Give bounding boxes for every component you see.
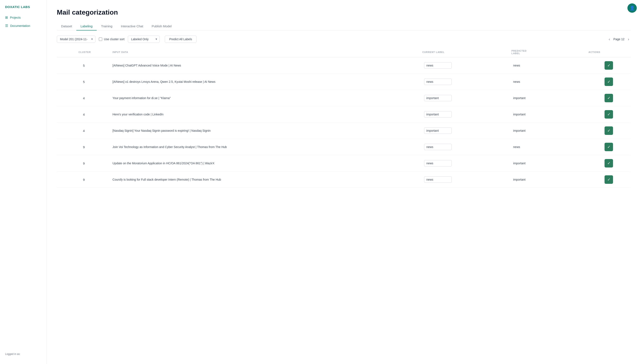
filter-select-wrapper: Labeled Only All Unlabeled Only ▼ <box>128 36 160 43</box>
confirm-button[interactable]: ✓ <box>604 143 613 151</box>
cluster-sort-text: Use cluster sort <box>104 38 124 41</box>
cell-actions: ✓ <box>587 74 631 90</box>
cell-actions: ✓ <box>587 58 631 74</box>
data-table: CLUSTER INPUT DATA CURRENT LABEL PREDICT… <box>57 48 631 188</box>
current-label-input[interactable] <box>424 111 452 118</box>
cell-predicted-label: important <box>510 172 587 188</box>
user-icon: 👤 <box>629 6 635 10</box>
cell-cluster: 4 <box>57 90 111 106</box>
pagination: ‹ Page 12 › <box>607 36 631 42</box>
cell-predicted-label: news <box>510 58 587 74</box>
cell-input-data: Here's your verification code | LinkedIn <box>111 106 421 122</box>
current-label-input[interactable] <box>424 176 452 183</box>
cell-input-data: Update on the Moratorium Application in … <box>111 155 421 172</box>
cell-cluster: 9 <box>57 172 111 188</box>
cell-cluster: 4 <box>57 122 111 139</box>
cell-predicted-label: important <box>510 90 587 106</box>
cell-actions: ✓ <box>587 139 631 155</box>
sidebar: DOXATIC LABS ⊞ Projects ☰ Documentation … <box>0 0 47 364</box>
current-label-input[interactable] <box>424 160 452 166</box>
cell-input-data: [AINews] o1 destroys Lmsys Arena, Qwen 2… <box>111 74 421 90</box>
cell-current-label[interactable] <box>421 122 510 139</box>
sidebar-item-documentation[interactable]: ☰ Documentation <box>3 22 44 30</box>
cell-actions: ✓ <box>587 155 631 172</box>
cell-actions: ✓ <box>587 122 631 139</box>
toolbar: Model 201 (2024-11- ▼ Use cluster sort L… <box>57 36 631 43</box>
current-label-input[interactable] <box>424 95 452 101</box>
confirm-button[interactable]: ✓ <box>604 126 613 135</box>
cell-current-label[interactable] <box>421 90 510 106</box>
cell-current-label[interactable] <box>421 106 510 122</box>
confirm-button[interactable]: ✓ <box>604 78 613 86</box>
current-label-input[interactable] <box>424 62 452 68</box>
cell-current-label[interactable] <box>421 139 510 155</box>
confirm-button[interactable]: ✓ <box>604 61 613 70</box>
col-current-label: CURRENT LABEL <box>421 48 510 58</box>
cell-predicted-label: important <box>510 106 587 122</box>
tab-training[interactable]: Training <box>97 22 117 30</box>
cell-predicted-label: important <box>510 122 587 139</box>
sidebar-item-label: Documentation <box>10 24 30 28</box>
next-page-button[interactable]: › <box>626 36 631 42</box>
cell-current-label[interactable] <box>421 155 510 172</box>
table-row: 4 Here's your verification code | Linked… <box>57 106 631 122</box>
table-row: 9 Update on the Moratorium Application i… <box>57 155 631 172</box>
cell-cluster: 9 <box>57 155 111 172</box>
page-title: Mail categorization <box>57 8 631 16</box>
model-select-wrapper: Model 201 (2024-11- ▼ <box>57 36 95 43</box>
prev-page-button[interactable]: ‹ <box>607 36 612 42</box>
predict-all-labels-button[interactable]: Predict All Labels <box>165 36 196 43</box>
sidebar-item-projects[interactable]: ⊞ Projects <box>3 14 44 21</box>
main-content: Mail categorization Dataset Labeling Tra… <box>47 0 641 364</box>
cell-current-label[interactable] <box>421 74 510 90</box>
sidebar-logo: DOXATIC LABS <box>0 5 47 14</box>
cell-input-data: Your payment information for di.se | "Kl… <box>111 90 421 106</box>
table-row: 9 Coursfy is looking for Full stack deve… <box>57 172 631 188</box>
user-avatar-button[interactable]: 👤 <box>627 4 637 13</box>
cluster-sort-checkbox[interactable] <box>99 38 102 41</box>
cell-input-data: [Nasdaq Signin] Your Nasdaq Signin passw… <box>111 122 421 139</box>
cell-actions: ✓ <box>587 172 631 188</box>
confirm-button[interactable]: ✓ <box>604 110 613 118</box>
col-input-data: INPUT DATA <box>111 48 421 58</box>
cell-predicted-label: important <box>510 155 587 172</box>
table-row: 5 [AINews] ChatGPT Advanced Voice Mode |… <box>57 58 631 74</box>
cell-predicted-label: news <box>510 139 587 155</box>
cell-predicted-label: news <box>510 74 587 90</box>
cell-cluster: 9 <box>57 139 111 155</box>
confirm-button[interactable]: ✓ <box>604 94 613 102</box>
current-label-input[interactable] <box>424 144 452 150</box>
current-label-input[interactable] <box>424 78 452 85</box>
table-row: 4 Your payment information for di.se | "… <box>57 90 631 106</box>
table-row: 4 [Nasdaq Signin] Your Nasdaq Signin pas… <box>57 122 631 139</box>
table-row: 9 Join Voi Technology as Information and… <box>57 139 631 155</box>
cell-actions: ✓ <box>587 90 631 106</box>
cell-input-data: [AINews] ChatGPT Advanced Voice Mode | A… <box>111 58 421 74</box>
documentation-icon: ☰ <box>5 24 8 28</box>
model-select[interactable]: Model 201 (2024-11- <box>57 36 95 43</box>
cell-input-data: Coursfy is looking for Full stack develo… <box>111 172 421 188</box>
tab-dataset[interactable]: Dataset <box>57 22 76 30</box>
tab-interactive-chat[interactable]: Interactive Chat <box>117 22 147 30</box>
cell-cluster: 4 <box>57 106 111 122</box>
col-actions: ACTIONS <box>587 48 631 58</box>
sidebar-item-label: Projects <box>10 16 21 19</box>
cluster-sort-label[interactable]: Use cluster sort <box>99 38 124 41</box>
tab-publish-model[interactable]: Publish Model <box>147 22 176 30</box>
cell-input-data: Join Voi Technology as Information and C… <box>111 139 421 155</box>
sidebar-footer: Logged in as: <box>0 349 47 359</box>
confirm-button[interactable]: ✓ <box>604 159 613 168</box>
cell-cluster: 5 <box>57 74 111 90</box>
cell-current-label[interactable] <box>421 58 510 74</box>
sidebar-nav: ⊞ Projects ☰ Documentation <box>0 14 47 30</box>
filter-select[interactable]: Labeled Only All Unlabeled Only <box>128 36 160 43</box>
cell-cluster: 5 <box>57 58 111 74</box>
col-cluster: CLUSTER <box>57 48 111 58</box>
projects-icon: ⊞ <box>5 16 8 20</box>
current-label-input[interactable] <box>424 128 452 134</box>
confirm-button[interactable]: ✓ <box>604 175 613 184</box>
page-label: Page 12 <box>613 38 624 41</box>
cell-current-label[interactable] <box>421 172 510 188</box>
tab-bar: Dataset Labeling Training Interactive Ch… <box>57 22 631 30</box>
tab-labeling[interactable]: Labeling <box>76 22 97 30</box>
